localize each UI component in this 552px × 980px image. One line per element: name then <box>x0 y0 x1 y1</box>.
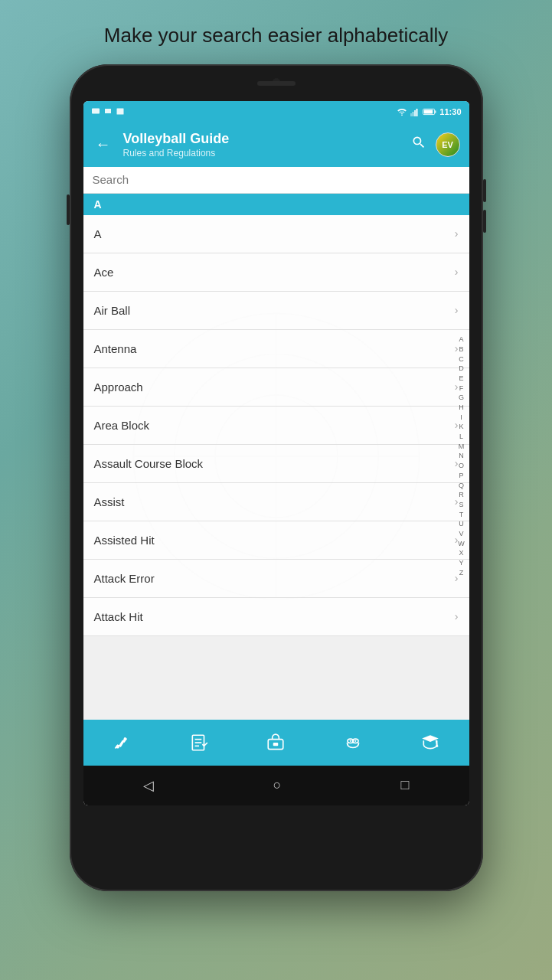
list-item[interactable]: Assisted Hit › <box>83 521 469 560</box>
alpha-z[interactable]: Z <box>459 569 464 578</box>
alpha-k[interactable]: K <box>459 423 463 432</box>
list-item-label: Approach <box>94 381 143 394</box>
list-item[interactable]: Assault Course Block › <box>83 445 469 483</box>
list-item-label: Air Ball <box>94 304 131 317</box>
alpha-p[interactable]: P <box>459 472 463 481</box>
back-nav-button[interactable]: ◁ <box>143 777 154 794</box>
section-header-a: A <box>83 194 469 215</box>
alpha-b[interactable]: B <box>459 345 463 354</box>
speaker <box>257 81 296 86</box>
list-item-label: A <box>94 227 102 240</box>
svg-rect-16 <box>273 743 279 746</box>
svg-point-21 <box>436 745 438 747</box>
home-nav-button[interactable]: ○ <box>273 777 282 793</box>
svg-rect-8 <box>436 110 436 113</box>
list-item[interactable]: A › <box>83 215 469 253</box>
app-bar-actions: EV <box>408 132 460 157</box>
list-item[interactable]: Approach › <box>83 368 469 407</box>
search-icon-button[interactable] <box>408 132 430 157</box>
phone-screen: 11:30 ← Volleyball Guide Rules and Regul… <box>83 101 469 805</box>
android-nav: ◁ ○ □ <box>83 766 469 805</box>
app-title-area: Volleyball Guide Rules and Regulations <box>123 131 399 158</box>
quiz-icon <box>420 733 440 753</box>
nav-quiz[interactable] <box>392 733 469 753</box>
alpha-h[interactable]: H <box>459 403 464 413</box>
alpha-s[interactable]: S <box>459 501 463 510</box>
alpha-t[interactable]: T <box>459 511 464 520</box>
notification-icon1 <box>91 107 100 116</box>
alpha-c[interactable]: C <box>459 355 464 364</box>
power-button[interactable] <box>67 194 70 225</box>
list-item-label: Attack Error <box>94 572 155 585</box>
svg-rect-0 <box>92 108 100 113</box>
app-title: Volleyball Guide <box>123 131 399 148</box>
notification-icon3 <box>116 107 125 116</box>
alpha-n[interactable]: N <box>459 452 464 461</box>
app-bar: ← Volleyball Guide Rules and Regulations… <box>83 122 469 167</box>
alpha-m[interactable]: M <box>459 443 465 452</box>
nav-drills[interactable] <box>237 733 315 753</box>
alpha-a[interactable]: A <box>459 335 463 345</box>
alpha-e[interactable]: E <box>459 374 463 384</box>
list-item[interactable]: Attack Hit › <box>83 598 469 636</box>
nav-sports[interactable] <box>83 733 161 753</box>
alpha-f[interactable]: F <box>459 384 464 394</box>
recent-nav-button[interactable]: □ <box>401 777 410 793</box>
headline: Make your search easier alphabetically <box>89 0 463 64</box>
alpha-q[interactable]: Q <box>459 482 464 491</box>
phone-wrapper: 11:30 ← Volleyball Guide Rules and Regul… <box>70 64 483 891</box>
alpha-x[interactable]: X <box>459 549 463 558</box>
list-item[interactable]: Air Ball › <box>83 292 469 330</box>
search-bar <box>83 167 469 194</box>
alpha-r[interactable]: R <box>459 491 464 500</box>
list-item[interactable]: Antenna › <box>83 330 469 368</box>
svg-point-19 <box>350 740 351 742</box>
nav-rules[interactable] <box>160 733 237 753</box>
list-item[interactable]: Assist › <box>83 483 469 521</box>
list-container: A A › Ace › Air Ball › Antenna › Approac… <box>83 194 469 720</box>
notification-icon2 <box>103 107 113 116</box>
search-input[interactable] <box>93 173 460 186</box>
time-display: 11:30 <box>439 107 461 116</box>
svg-rect-7 <box>424 109 433 113</box>
back-button[interactable]: ← <box>93 132 114 156</box>
svg-rect-3 <box>413 112 414 116</box>
svg-rect-5 <box>416 109 418 116</box>
list-item-label: Assisted Hit <box>94 534 155 547</box>
sports-icon <box>112 733 132 753</box>
nav-tips[interactable] <box>315 733 392 753</box>
list-item[interactable]: Ace › <box>83 253 469 292</box>
alpha-g[interactable]: G <box>459 394 464 403</box>
svg-rect-4 <box>414 110 416 116</box>
alpha-u[interactable]: U <box>459 520 464 529</box>
tips-icon <box>343 733 363 753</box>
list-item-label: Attack Hit <box>94 610 143 623</box>
alpha-w[interactable]: W <box>458 540 465 549</box>
status-bar-left <box>91 107 125 116</box>
alpha-v[interactable]: V <box>459 530 463 539</box>
alpha-d[interactable]: D <box>459 364 464 374</box>
rules-icon <box>189 733 209 753</box>
list-item[interactable]: Area Block › <box>83 407 469 445</box>
volume-down-button[interactable] <box>483 210 486 233</box>
svg-rect-2 <box>410 113 412 116</box>
status-bar-right: 11:30 <box>397 107 461 116</box>
list-item-label: Assist <box>94 495 125 508</box>
list-item-label: Assault Course Block <box>94 457 204 470</box>
alpha-i[interactable]: I <box>460 413 462 423</box>
alpha-l[interactable]: L <box>459 433 463 442</box>
volume-up-button[interactable] <box>483 179 486 202</box>
status-bar: 11:30 <box>83 101 469 122</box>
svg-point-20 <box>354 740 356 742</box>
battery-icon <box>423 107 436 116</box>
list-item-label: Antenna <box>94 342 137 355</box>
list-item-label: Area Block <box>94 419 150 432</box>
alpha-y[interactable]: Y <box>459 559 463 568</box>
alpha-o[interactable]: O <box>459 462 464 471</box>
svg-rect-1 <box>116 108 123 114</box>
wifi-icon <box>397 107 407 116</box>
bottom-nav <box>83 720 469 766</box>
drills-icon <box>266 733 286 753</box>
alpha-index: A B C D E F G H I K L M N O P Q R S T U <box>454 194 469 720</box>
list-item[interactable]: Attack Error › <box>83 560 469 598</box>
